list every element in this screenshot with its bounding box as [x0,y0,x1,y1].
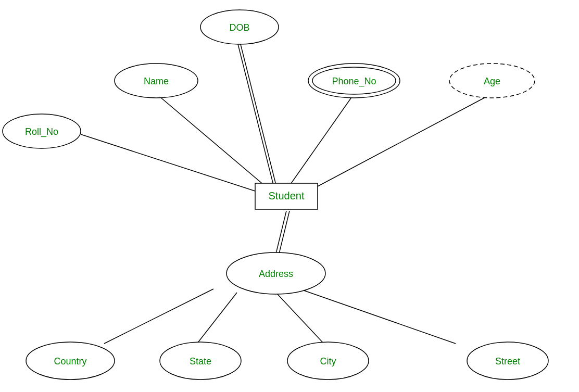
address-label: Address [259,269,293,279]
phoneno-label: Phone_No [332,76,376,87]
line-address-state [198,293,237,343]
rollno-label: Roll_No [25,127,58,137]
line-student-age [318,94,492,186]
line-student-rollno [81,134,255,191]
er-diagram: Student DOB Name Phone_No Age Roll_No Ad… [0,0,579,392]
line-student-address-2 [279,211,290,254]
student-label: Student [269,190,305,201]
line-student-dob-2 [237,40,273,185]
line-student-name [156,94,266,186]
name-label: Name [144,76,169,86]
line-student-address-1 [276,211,286,254]
line-address-street [299,289,456,344]
country-label: Country [54,356,86,366]
line-address-city [276,293,323,343]
dob-label: DOB [229,22,249,33]
line-address-country [104,289,213,344]
street-label: Street [495,356,520,366]
city-label: City [320,356,336,366]
state-label: State [190,356,211,366]
line-student-dob [240,40,276,185]
age-label: Age [484,76,500,86]
